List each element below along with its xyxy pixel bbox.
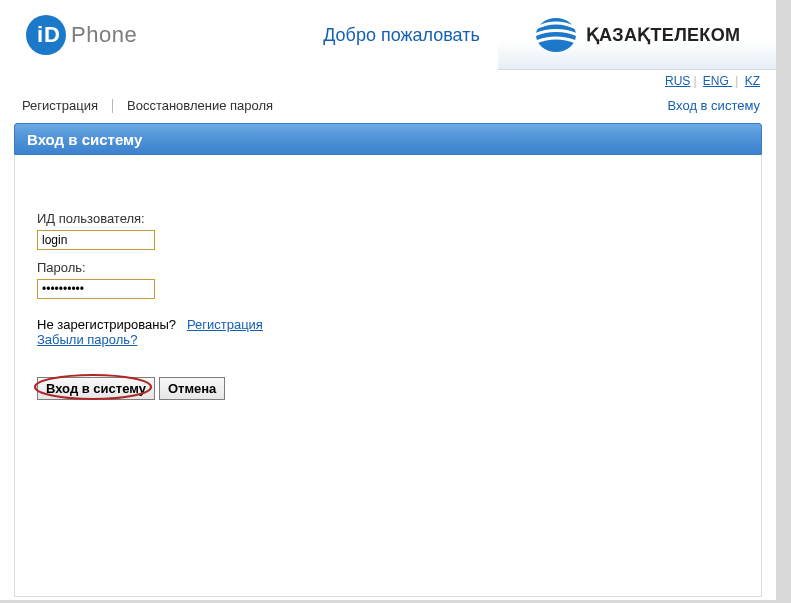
- helper-links: Не зарегистрированы? Регистрация Забыли …: [37, 317, 739, 347]
- nav-login[interactable]: Вход в систему: [668, 98, 760, 113]
- nav-left: Регистрация Восстановление пароля: [22, 98, 273, 113]
- page: i D Phone Добро пожаловать ҚАЗАҚТЕЛЕКОМ …: [0, 0, 776, 600]
- login-panel: ИД пользователя: Пароль: Не зарегистриро…: [14, 155, 762, 597]
- submit-button[interactable]: Вход в систему: [37, 377, 155, 400]
- forgot-password-link[interactable]: Забыли пароль?: [37, 332, 137, 347]
- userid-label: ИД пользователя:: [37, 211, 739, 226]
- idphone-logo: i D Phone: [15, 0, 305, 70]
- lang-eng[interactable]: ENG: [703, 74, 732, 88]
- panel-title: Вход в систему: [14, 123, 762, 155]
- password-label: Пароль:: [37, 260, 739, 275]
- userid-row: ИД пользователя:: [37, 211, 739, 250]
- kaztelecom-logo: ҚАЗАҚТЕЛЕКОМ: [498, 0, 776, 70]
- lang-rus[interactable]: RUS: [665, 74, 690, 88]
- idphone-text: Phone: [71, 22, 137, 48]
- top-banner: i D Phone Добро пожаловать ҚАЗАҚТЕЛЕКОМ: [0, 0, 776, 70]
- password-input[interactable]: [37, 279, 155, 299]
- nav-right: Вход в систему: [668, 98, 760, 113]
- nav-register[interactable]: Регистрация: [22, 98, 98, 113]
- svg-text:D: D: [44, 22, 60, 47]
- welcome-text: Добро пожаловать: [305, 0, 498, 70]
- kaztelecom-text: ҚАЗАҚТЕЛЕКОМ: [586, 24, 741, 46]
- password-row: Пароль:: [37, 260, 739, 299]
- lang-sep: |: [690, 74, 699, 88]
- register-link[interactable]: Регистрация: [187, 317, 263, 332]
- nav-row: Регистрация Восстановление пароля Вход в…: [0, 92, 776, 123]
- userid-input[interactable]: [37, 230, 155, 250]
- lang-kz[interactable]: KZ: [745, 74, 760, 88]
- svg-text:i: i: [37, 22, 43, 47]
- id-icon: i D: [25, 14, 67, 56]
- nav-recover[interactable]: Восстановление пароля: [127, 98, 273, 113]
- language-switcher: RUS| ENG | KZ: [0, 70, 776, 92]
- nav-divider: [112, 99, 113, 113]
- button-row: Вход в систему Отмена: [37, 377, 739, 400]
- cancel-button[interactable]: Отмена: [159, 377, 225, 400]
- not-registered-text: Не зарегистрированы?: [37, 317, 176, 332]
- lang-sep: |: [732, 74, 741, 88]
- globe-icon: [534, 16, 578, 54]
